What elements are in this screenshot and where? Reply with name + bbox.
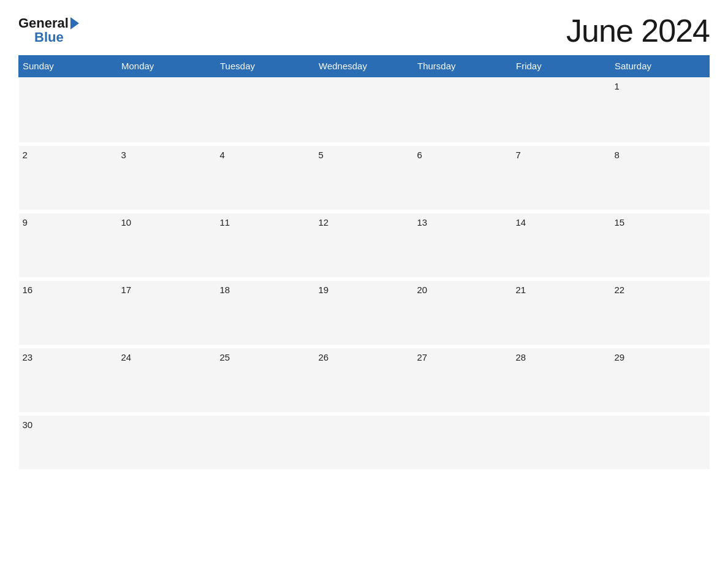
day-number: 29 — [615, 352, 625, 362]
day-number: 22 — [615, 285, 625, 295]
calendar-cell-w3-d4: 12 — [315, 212, 414, 279]
day-number: 9 — [23, 217, 28, 228]
header-thursday: Thursday — [414, 56, 512, 77]
calendar-cell-w6-d3 — [216, 414, 315, 469]
day-number: 30 — [23, 419, 33, 430]
calendar-cell-w2-d3: 4 — [216, 144, 315, 212]
day-number: 23 — [23, 352, 33, 362]
day-number: 15 — [615, 217, 625, 228]
calendar-cell-w5-d4: 26 — [315, 347, 414, 414]
header-friday: Friday — [512, 56, 611, 77]
day-number: 12 — [319, 217, 329, 228]
page-header: General Blue June 2024 — [18, 12, 710, 49]
calendar-cell-w3-d7: 15 — [611, 212, 710, 279]
day-number: 2 — [23, 150, 28, 160]
calendar-cell-w3-d1: 9 — [19, 212, 118, 279]
calendar-cell-w3-d3: 11 — [216, 212, 315, 279]
calendar-cell-w5-d2: 24 — [118, 347, 216, 414]
header-saturday: Saturday — [611, 56, 710, 77]
day-number: 19 — [319, 285, 329, 295]
day-number: 1 — [615, 81, 620, 91]
calendar-cell-w1-d5 — [414, 77, 512, 144]
calendar-cell-w5-d1: 23 — [19, 347, 118, 414]
calendar-cell-w5-d3: 25 — [216, 347, 315, 414]
calendar-cell-w5-d5: 27 — [414, 347, 512, 414]
logo: General Blue — [18, 16, 79, 45]
calendar-cell-w1-d3 — [216, 77, 315, 144]
day-number: 7 — [516, 150, 521, 160]
calendar-cell-w6-d5 — [414, 414, 512, 469]
day-number: 13 — [417, 217, 428, 228]
calendar-cell-w4-d7: 22 — [611, 279, 710, 347]
day-number: 4 — [220, 150, 225, 160]
day-number: 17 — [121, 285, 132, 295]
calendar-cell-w6-d1: 30 — [19, 414, 118, 469]
calendar-cell-w1-d4 — [315, 77, 414, 144]
calendar-cell-w4-d1: 16 — [19, 279, 118, 347]
calendar-cell-w5-d6: 28 — [512, 347, 611, 414]
header-sunday: Sunday — [19, 56, 118, 77]
calendar-cell-w1-d2 — [118, 77, 216, 144]
calendar-cell-w2-d4: 5 — [315, 144, 414, 212]
calendar-cell-w3-d2: 10 — [118, 212, 216, 279]
logo-blue-text: Blue — [34, 29, 64, 45]
day-number: 25 — [220, 352, 230, 362]
calendar-cell-w2-d2: 3 — [118, 144, 216, 212]
day-number: 10 — [121, 217, 132, 228]
calendar-cell-w6-d6 — [512, 414, 611, 469]
calendar-cell-w2-d5: 6 — [414, 144, 512, 212]
day-number: 16 — [23, 285, 33, 295]
calendar-cell-w6-d4 — [315, 414, 414, 469]
day-number: 6 — [417, 150, 422, 160]
calendar-cell-w2-d7: 8 — [611, 144, 710, 212]
calendar-cell-w3-d5: 13 — [414, 212, 512, 279]
calendar-cell-w4-d5: 20 — [414, 279, 512, 347]
calendar-cell-w6-d7 — [611, 414, 710, 469]
calendar-cell-w4-d2: 17 — [118, 279, 216, 347]
calendar-week-3: 9101112131415 — [19, 212, 710, 279]
calendar-cell-w4-d3: 18 — [216, 279, 315, 347]
calendar-cell-w3-d6: 14 — [512, 212, 611, 279]
calendar-cell-w5-d7: 29 — [611, 347, 710, 414]
header-monday: Monday — [118, 56, 216, 77]
calendar-cell-w4-d4: 19 — [315, 279, 414, 347]
calendar-week-1: 1 — [19, 77, 710, 144]
day-number: 20 — [417, 285, 428, 295]
month-title: June 2024 — [566, 12, 710, 49]
calendar-week-6: 30 — [19, 414, 710, 469]
calendar-cell-w2-d6: 7 — [512, 144, 611, 212]
day-number: 24 — [121, 352, 132, 362]
calendar-header-row: SundayMondayTuesdayWednesdayThursdayFrid… — [19, 56, 710, 77]
day-number: 14 — [516, 217, 526, 228]
day-number: 28 — [516, 352, 526, 362]
day-number: 11 — [220, 217, 230, 228]
calendar-cell-w2-d1: 2 — [19, 144, 118, 212]
calendar-cell-w1-d7: 1 — [611, 77, 710, 144]
logo-general-text: General — [18, 16, 69, 31]
calendar-table: SundayMondayTuesdayWednesdayThursdayFrid… — [18, 55, 710, 469]
header-tuesday: Tuesday — [216, 56, 315, 77]
logo-triangle-icon — [70, 17, 79, 29]
calendar-cell-w1-d6 — [512, 77, 611, 144]
day-number: 3 — [121, 150, 126, 160]
calendar-cell-w1-d1 — [19, 77, 118, 144]
day-number: 26 — [319, 352, 329, 362]
calendar-week-4: 16171819202122 — [19, 279, 710, 347]
calendar-cell-w4-d6: 21 — [512, 279, 611, 347]
day-number: 8 — [615, 150, 620, 160]
day-number: 5 — [319, 150, 324, 160]
day-number: 27 — [417, 352, 428, 362]
calendar-cell-w6-d2 — [118, 414, 216, 469]
day-number: 21 — [516, 285, 526, 295]
header-wednesday: Wednesday — [315, 56, 414, 77]
calendar-week-5: 23242526272829 — [19, 347, 710, 414]
day-number: 18 — [220, 285, 230, 295]
calendar-week-2: 2345678 — [19, 144, 710, 212]
